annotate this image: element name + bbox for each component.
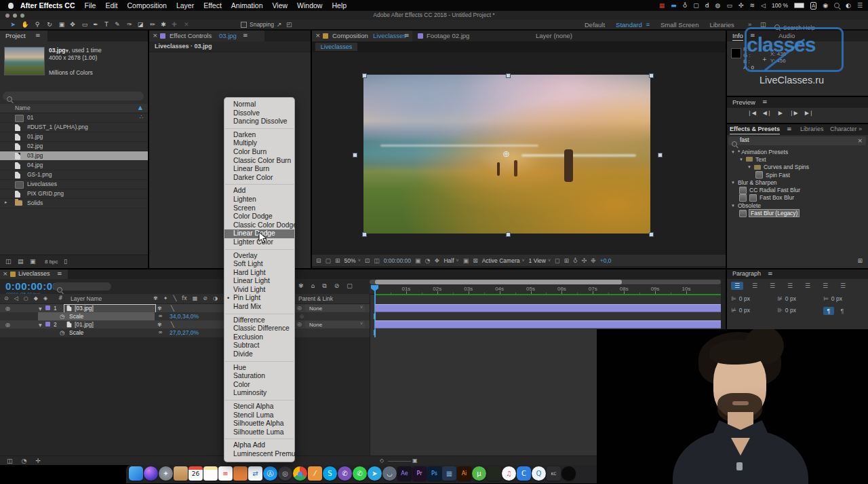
indent-right-field[interactable]: ⊯0 px [777,295,796,302]
eye-icon[interactable]: ◎ [5,305,10,312]
workspace-standard[interactable]: Standard [616,21,642,29]
eye-icon[interactable]: ◎ [5,322,10,328]
trash-icon[interactable]: ▯ [64,258,67,265]
fx-tree-item-text[interactable]: ▼Text [727,155,868,163]
dock-shield-app[interactable]: C [517,466,531,481]
property-name[interactable]: Scale [69,329,83,336]
tab-audio[interactable]: Audio [778,32,795,39]
snapshot-camera-icon[interactable]: ▣ [415,257,421,264]
spotlight-icon[interactable] [834,3,840,8]
dock-discord[interactable]: ◡ [382,466,397,481]
layer-label-chip[interactable] [45,322,50,327]
pickwhip-icon[interactable]: ◎ [300,314,304,319]
new-composition-icon[interactable]: ▣ [30,258,36,265]
project-row-01[interactable]: 01∴ [0,113,148,123]
zoom-tool[interactable]: ⚲ [31,21,43,28]
close-window-button[interactable] [5,14,9,18]
justify-all-button[interactable]: ☰ [837,282,849,290]
anchor-point-icon[interactable]: ⊕ [502,149,510,159]
fx-tree-item-obsolete[interactable]: ▼Obsolete [727,202,868,209]
blend-mode-pin-light[interactable]: Pin Light• [224,294,294,303]
fx-tree-item-blur-sharpen[interactable]: ▼Blur & Sharpen [727,179,868,186]
magnification-select[interactable]: 50% [344,257,356,264]
sort-icon[interactable]: ▲ [138,105,142,111]
twirl-open-icon[interactable]: ▼ [747,165,751,169]
transform-box-icon[interactable]: ✛ [35,458,41,464]
twirl-icon[interactable]: ▼ [39,306,42,311]
new-folder-icon[interactable]: ▤ [18,258,24,265]
pixel-aspect-icon[interactable]: ⊠ [473,257,478,264]
project-row-03-jpg[interactable]: 03.jpg [0,151,148,161]
zoom-in-handle-icon[interactable]: ▣ [412,458,418,464]
selection-handle[interactable] [649,73,654,78]
panel-menu-icon[interactable]: ≡ [57,270,62,277]
blend-mode-exclusion[interactable]: Exclusion [224,333,294,342]
dock-dark-app[interactable] [487,466,501,481]
blend-mode-linear-light[interactable]: Linear Light [224,277,294,286]
collapse-column-icon[interactable]: ✦ [163,295,168,301]
project-row-pix-grid-png[interactable]: PIX GRID.png [0,189,148,199]
clear-search-icon[interactable]: × [857,137,863,144]
dock-illustrator[interactable]: Ai [457,466,471,481]
blend-mode-color[interactable]: Color [224,381,294,390]
current-timecode[interactable]: 0:00:00:00 [5,280,58,292]
timecode-display[interactable]: 0:00:00:00 [384,257,411,264]
last-frame-button[interactable]: ▶❘ [805,110,814,116]
blend-mode-divide[interactable]: Divide [224,350,294,359]
dock-siri[interactable] [144,466,158,481]
new-animation-preset-icon[interactable]: ⊞ [857,257,863,264]
graph-editor-icon[interactable]: ▢ [347,282,353,290]
dock-photoshop[interactable]: Ps [427,466,441,481]
zoom-out-ui-icon[interactable]: ↗ [277,21,282,28]
project-search-field[interactable] [3,92,144,100]
quality-switch-icon[interactable]: ╲ [171,305,174,312]
tab-preview[interactable]: Preview [732,98,755,106]
dock-kc-app[interactable]: KC [547,466,561,481]
dock-utorrent[interactable]: µ [472,466,486,481]
menu-layer[interactable]: Layer [176,1,194,10]
dock-app-store[interactable]: Ⓐ [263,466,277,481]
zoom-window-button[interactable] [20,14,24,18]
menu-view[interactable]: View [273,1,288,10]
menu-edit[interactable]: Edit [105,1,117,10]
first-line-indent-field-value[interactable]: 0 px [785,307,796,314]
twirl-closed-icon[interactable]: ▸ [5,200,7,205]
eraser-tool[interactable]: ◪ [134,21,146,28]
justify-last-center-button[interactable]: ☰ [802,282,814,290]
motionblur-column-icon[interactable]: ▦ [193,295,198,301]
dock-folder[interactable] [174,466,188,481]
blend-mode-silhouette-luma[interactable]: Silhouette Luma [224,428,294,437]
property-row-scale-2[interactable]: ◷ Scale ∞ 27,0,27,0% [0,329,370,337]
adjustment-icon[interactable]: ⊘ [334,282,340,290]
label-column-icon[interactable]: ◈ [43,295,47,301]
fullscreen-ui-icon[interactable]: ◰ [286,21,292,28]
first-frame-button[interactable]: ❘◀ [747,110,756,116]
expand-layers-icon[interactable]: ◫ [7,458,13,464]
dock-dial-app[interactable]: ◎ [278,466,292,481]
dock-reminders[interactable]: ≡ [218,466,233,481]
adjustment-column-icon[interactable]: ⊘ [203,295,208,301]
space-before-field[interactable]: ⊨0 px [823,295,842,302]
parent-dropdown-2[interactable]: None ˅ [305,321,365,328]
blend-mode-difference[interactable]: Difference [224,316,294,325]
fx-tree-item-cc-radial-fast-blur[interactable]: CC Radial Fast Blur [727,186,868,193]
tab-layer[interactable]: Layer (none) [536,32,572,39]
project-depth-label[interactable]: 8 bpc [45,259,58,265]
project-row-02-jpg[interactable]: 02.jpg [0,142,148,151]
play-button[interactable]: ▶ [778,110,783,116]
menu-animation[interactable]: Animation [231,1,263,10]
fx-column-icon[interactable]: fx [182,295,187,301]
airplay-icon[interactable]: ▭ [726,2,732,9]
panel-menu-icon[interactable]: ≡ [35,32,41,39]
blend-mode-stencil-luma[interactable]: Stencil Luma [224,411,294,420]
first-line-indent-field[interactable]: ⊪0 px [777,307,796,314]
dock-telegram[interactable]: ➤ [368,466,382,481]
roi-icon[interactable]: ⊡ [365,257,370,264]
guides-icon[interactable]: ⊞ [335,257,340,264]
workspace-panel-icon[interactable]: ◫ [760,21,766,28]
selection-handle[interactable] [362,73,367,78]
link-dimensions-icon[interactable]: ∞ [158,329,163,335]
blend-mode-overlay[interactable]: Overlay [224,252,294,261]
blend-mode-alpha-add[interactable]: Alpha Add [224,441,294,450]
fx-tree-item-curves-and-spins[interactable]: ▼Curves and Spins [727,164,868,171]
